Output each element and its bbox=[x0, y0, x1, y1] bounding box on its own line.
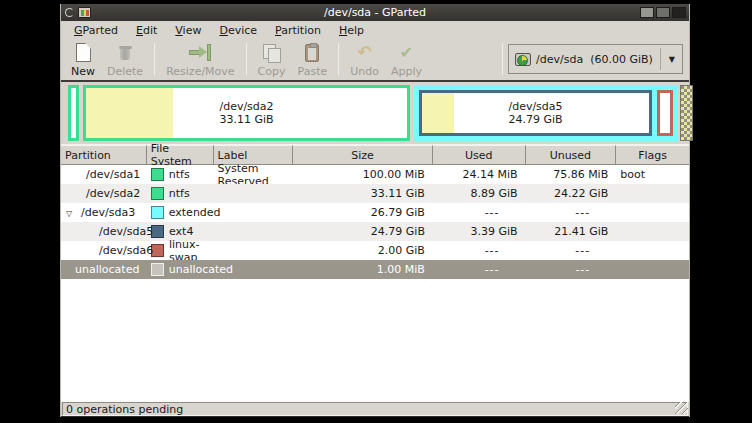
fs-color-swatch bbox=[151, 187, 164, 200]
size-cell: 24.79 GiB bbox=[293, 222, 432, 241]
undo-button: ↶ Undo bbox=[344, 39, 385, 79]
chevron-down-icon: ▼ bbox=[666, 55, 678, 64]
menu-partition[interactable]: Partition bbox=[266, 22, 330, 39]
status-bar: 0 operations pending bbox=[61, 401, 689, 417]
size-cell: 1.00 MiB bbox=[293, 260, 432, 279]
partition-bar-sda2[interactable]: /dev/sda2 33.11 GiB bbox=[83, 85, 410, 141]
toolbar-separator bbox=[338, 43, 339, 75]
toolbar: New Delete Resize/Move Copy Paste ↶ Undo bbox=[61, 39, 689, 82]
partition-name: /dev/sda2 bbox=[61, 184, 147, 203]
flags-cell bbox=[616, 203, 689, 222]
fs-color-swatch bbox=[151, 168, 164, 181]
size-cell: 2.00 GiB bbox=[293, 241, 432, 260]
toolbar-separator bbox=[502, 43, 503, 75]
partition-name: ▽ /dev/sda3 bbox=[61, 203, 147, 222]
used-cell: --- bbox=[433, 203, 526, 222]
partition-bar-extended[interactable]: /dev/sda5 24.79 GiB bbox=[414, 85, 678, 141]
partition-name: /dev/sda1 bbox=[61, 165, 147, 184]
flags-cell bbox=[616, 241, 689, 260]
window-title: /dev/sda - GParted bbox=[61, 6, 689, 19]
bar-sda5-size: 24.79 GiB bbox=[508, 113, 562, 126]
paste-clipboard-icon bbox=[305, 42, 319, 63]
partition-bar-unallocated[interactable] bbox=[680, 85, 693, 141]
menu-gparted[interactable]: GParted bbox=[65, 22, 127, 39]
label-cell bbox=[214, 203, 294, 222]
partition-bar-sda5[interactable]: /dev/sda5 24.79 GiB bbox=[419, 90, 652, 136]
size-cell: 33.11 GiB bbox=[293, 184, 433, 203]
menu-edit[interactable]: Edit bbox=[127, 22, 166, 39]
apply-checkmark-icon: ✔ bbox=[400, 42, 413, 63]
resize-arrow-icon bbox=[188, 42, 212, 63]
resize-grip[interactable] bbox=[675, 402, 688, 414]
paste-button: Paste bbox=[292, 39, 334, 79]
device-selector-label: /dev/sda (60.00 GiB) bbox=[536, 53, 653, 66]
label-cell: System Reserved bbox=[214, 165, 294, 184]
new-button[interactable]: New bbox=[65, 39, 101, 79]
size-cell: 26.79 GiB bbox=[293, 203, 432, 222]
trash-icon bbox=[118, 42, 133, 63]
used-cell: 3.39 GiB bbox=[433, 222, 526, 241]
partition-name: /dev/sda6 bbox=[61, 241, 147, 260]
menu-view[interactable]: View bbox=[166, 22, 210, 39]
gparted-window: /dev/sda - GParted GParted Edit View Dev… bbox=[60, 4, 690, 417]
menu-device[interactable]: Device bbox=[210, 22, 266, 39]
unused-cell: 75.86 MiB bbox=[526, 165, 617, 184]
table-row-sda3[interactable]: ▽ /dev/sda3 extended 26.79 GiB --- --- bbox=[61, 203, 689, 222]
table-row-sda1[interactable]: /dev/sda1 ntfs System Reserved 100.00 Mi… bbox=[61, 165, 689, 184]
minimize-icon[interactable] bbox=[640, 7, 654, 18]
header-unused[interactable]: Unused bbox=[526, 145, 617, 165]
flags-cell: boot bbox=[616, 165, 689, 184]
unused-cell: 21.41 GiB bbox=[526, 222, 617, 241]
flags-cell bbox=[616, 184, 689, 203]
toolbar-separator bbox=[246, 43, 247, 75]
fs-label: ntfs bbox=[169, 168, 190, 181]
partition-graphic-panel: /dev/sda2 33.11 GiB /dev/sda5 24.79 GiB bbox=[61, 82, 689, 145]
header-file-system[interactable]: File System bbox=[147, 145, 214, 165]
delete-button: Delete bbox=[101, 39, 149, 79]
unused-cell: --- bbox=[526, 241, 617, 260]
size-cell: 100.00 MiB bbox=[293, 165, 433, 184]
table-row-sda6[interactable]: /dev/sda6 linux-swap 2.00 GiB --- --- bbox=[61, 241, 689, 260]
header-used[interactable]: Used bbox=[433, 145, 526, 165]
used-cell: 8.89 GiB bbox=[433, 184, 526, 203]
fs-color-swatch bbox=[151, 263, 164, 276]
used-cell: --- bbox=[433, 241, 526, 260]
label-cell bbox=[214, 222, 294, 241]
header-size[interactable]: Size bbox=[293, 145, 433, 165]
partition-bar-sda6[interactable] bbox=[657, 90, 673, 136]
fs-label: ntfs bbox=[169, 187, 190, 200]
maximize-icon[interactable] bbox=[656, 7, 670, 18]
disk-icon bbox=[515, 53, 531, 66]
used-cell: 24.14 MiB bbox=[433, 165, 526, 184]
titlebar: /dev/sda - GParted bbox=[61, 4, 689, 21]
fs-label: ext4 bbox=[169, 225, 193, 238]
header-flags[interactable]: Flags bbox=[616, 145, 689, 165]
device-selector[interactable]: /dev/sda (60.00 GiB) ▼ bbox=[508, 44, 683, 74]
menubar: GParted Edit View Device Partition Help bbox=[61, 21, 689, 39]
table-row-unallocated[interactable]: unallocated unallocated 1.00 MiB --- --- bbox=[61, 260, 689, 279]
label-cell bbox=[214, 260, 294, 279]
undo-arrow-icon: ↶ bbox=[357, 42, 371, 63]
bar-sda2-name: /dev/sda2 bbox=[219, 100, 273, 113]
label-cell bbox=[214, 184, 294, 203]
flags-cell bbox=[616, 222, 689, 241]
copy-icon bbox=[263, 42, 281, 63]
label-cell bbox=[214, 241, 294, 260]
header-partition[interactable]: Partition bbox=[61, 145, 147, 165]
unused-cell: --- bbox=[526, 260, 617, 279]
table-row-sda2[interactable]: /dev/sda2 ntfs 33.11 GiB 8.89 GiB 24.22 … bbox=[61, 184, 689, 203]
partition-name: unallocated bbox=[61, 260, 147, 279]
partition-table: /dev/sda1 ntfs System Reserved 100.00 Mi… bbox=[61, 165, 689, 401]
unused-cell: 24.22 GiB bbox=[526, 184, 617, 203]
close-icon[interactable] bbox=[672, 7, 686, 18]
unused-cell: --- bbox=[526, 203, 617, 222]
partition-name: /dev/sda5 bbox=[61, 222, 147, 241]
partition-bar-sda1[interactable] bbox=[68, 85, 79, 141]
menu-help[interactable]: Help bbox=[330, 22, 373, 39]
expander-icon[interactable]: ▽ bbox=[66, 208, 72, 217]
flags-cell bbox=[616, 260, 689, 279]
apply-button: ✔ Apply bbox=[385, 39, 428, 79]
table-row-sda5[interactable]: /dev/sda5 ext4 24.79 GiB 3.39 GiB 21.41 … bbox=[61, 222, 689, 241]
copy-button: Copy bbox=[252, 39, 292, 79]
bar-sda5-name: /dev/sda5 bbox=[508, 100, 562, 113]
